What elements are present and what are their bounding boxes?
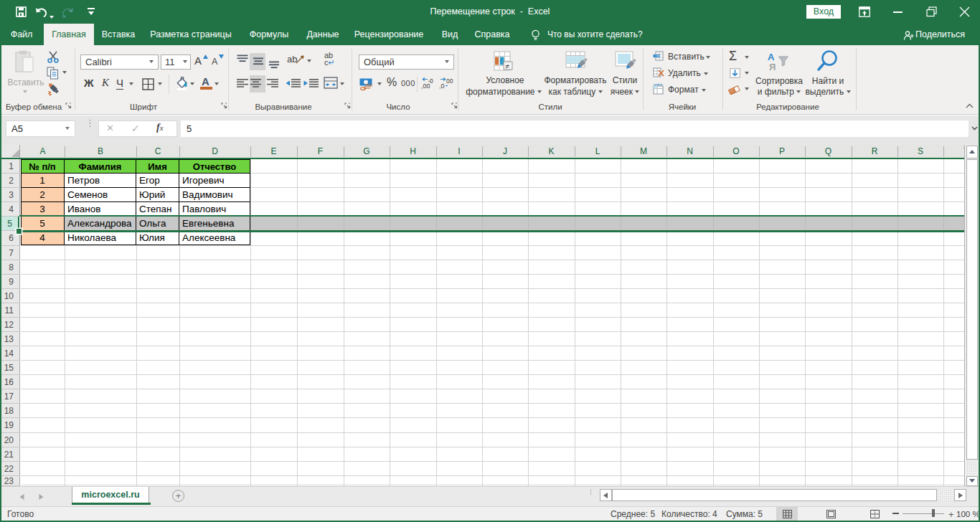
svg-text:,0: ,0 bbox=[439, 82, 445, 90]
svg-text:,00: ,00 bbox=[421, 82, 430, 90]
svg-text:0: 0 bbox=[430, 77, 433, 85]
svg-text:≠: ≠ bbox=[506, 62, 510, 70]
svg-text:00: 00 bbox=[446, 77, 453, 85]
